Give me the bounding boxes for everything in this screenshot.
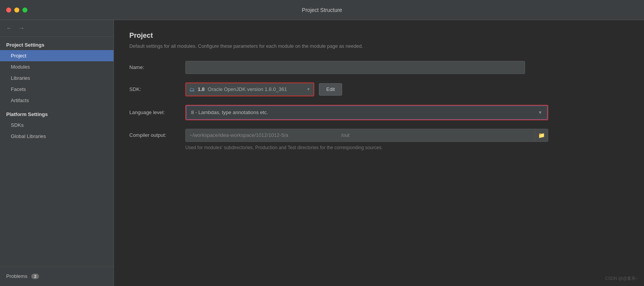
sidebar-item-libraries[interactable]: Libraries	[0, 72, 114, 84]
name-row: Name:	[129, 61, 629, 74]
language-select-text: 8 - Lambdas, type annotations etc.	[191, 109, 268, 115]
problems-badge: 3	[31, 274, 39, 279]
name-label: Name:	[129, 64, 185, 70]
problems-label: Problems	[6, 273, 27, 279]
edit-button[interactable]: Edit	[319, 83, 342, 96]
sdk-version: 1.8	[198, 86, 205, 92]
compiler-input-wrapper: ~/workspace/idea-workspace/1012/1012-5/a…	[185, 129, 548, 142]
sdk-dropdown-wrapper[interactable]: 🗂 1.8 Oracle OpenJDK version 1.8.0_361 ▼	[185, 82, 314, 96]
name-input[interactable]	[185, 61, 525, 74]
compiler-output-path: ~/workspace/idea-workspace/1012/1012-5/a…	[186, 132, 535, 138]
sidebar: ← → Project Settings Project Modules Lib…	[0, 20, 114, 286]
sdk-label: SDK:	[129, 86, 185, 92]
traffic-lights	[6, 7, 27, 12]
name-control	[185, 61, 629, 74]
compiler-browse-button[interactable]: 📁	[535, 129, 548, 141]
sdk-dropdown[interactable]: 🗂 1.8 Oracle OpenJDK version 1.8.0_361 ▼	[186, 83, 314, 96]
language-level-label: Language level:	[129, 109, 185, 115]
compiler-description: Used for modules' subdirectories, Produc…	[185, 145, 629, 150]
platform-settings-label: Platform Settings	[0, 106, 114, 119]
compiler-output-label: Compiler output:	[129, 132, 185, 138]
nav-arrows: ← →	[0, 20, 114, 37]
sidebar-bottom: Problems 3	[0, 266, 114, 286]
sdk-description: Oracle OpenJDK version 1.8.0_361	[208, 86, 287, 92]
sdk-folder-icon: 🗂	[189, 86, 195, 93]
sidebar-item-modules[interactable]: Modules	[0, 61, 114, 72]
sdk-chevron-icon: ▼	[307, 87, 310, 91]
sdk-row: SDK: 🗂 1.8 Oracle OpenJDK version 1.8.0_…	[129, 82, 629, 96]
main-layout: ← → Project Settings Project Modules Lib…	[0, 20, 644, 286]
window-title: Project Structure	[302, 7, 342, 13]
language-select[interactable]: 8 - Lambdas, type annotations etc. ▼	[186, 106, 547, 119]
language-chevron-icon: ▼	[538, 110, 542, 115]
minimize-button[interactable]	[14, 7, 19, 12]
language-level-row: Language level: 8 - Lambdas, type annota…	[129, 105, 629, 120]
compiler-output-control: ~/workspace/idea-workspace/1012/1012-5/a…	[185, 129, 629, 142]
forward-arrow[interactable]: →	[19, 25, 25, 32]
sdk-controls: 🗂 1.8 Oracle OpenJDK version 1.8.0_361 ▼…	[185, 82, 342, 96]
language-level-wrapper: 8 - Lambdas, type annotations etc. ▼	[185, 105, 548, 120]
language-level-control: 8 - Lambdas, type annotations etc. ▼	[185, 105, 629, 120]
sidebar-item-facets[interactable]: Facets	[0, 84, 114, 95]
maximize-button[interactable]	[22, 7, 27, 12]
sidebar-item-global-libraries[interactable]: Global Libraries	[0, 131, 114, 142]
content-area: Project Default settings for all modules…	[114, 20, 644, 286]
titlebar: Project Structure	[0, 0, 644, 20]
page-description: Default settings for all modules. Config…	[129, 43, 629, 50]
watermark: CSDN @@素系~	[605, 276, 638, 281]
compiler-output-row: Compiler output: ~/workspace/idea-worksp…	[129, 129, 629, 142]
back-arrow[interactable]: ←	[6, 25, 12, 32]
folder-open-icon: 📁	[538, 132, 545, 138]
page-title: Project	[129, 32, 629, 40]
sidebar-item-artifacts[interactable]: Artifacts	[0, 95, 114, 106]
close-button[interactable]	[6, 7, 11, 12]
sidebar-item-project[interactable]: Project	[0, 50, 114, 61]
project-settings-label: Project Settings	[0, 37, 114, 50]
sidebar-item-sdks[interactable]: SDKs	[0, 119, 114, 131]
problems-item[interactable]: Problems 3	[0, 270, 114, 282]
